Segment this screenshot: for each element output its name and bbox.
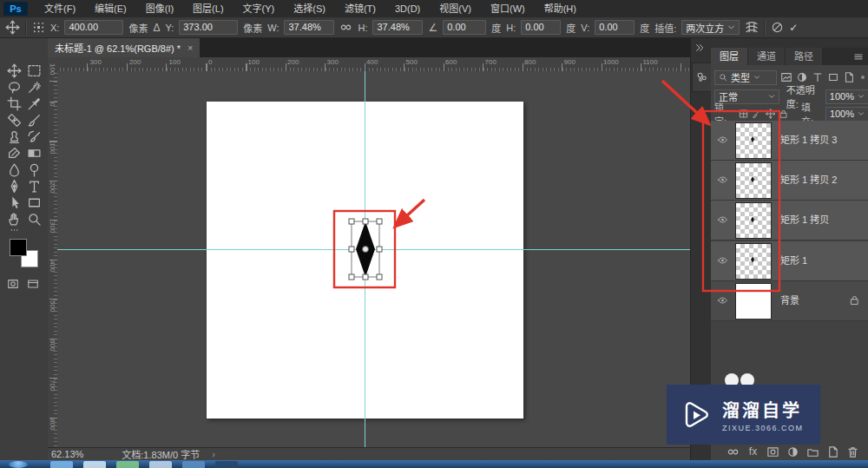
lock-transparent-icon[interactable] (739, 109, 748, 119)
opacity-select[interactable]: 100% (825, 89, 868, 104)
layer-name[interactable]: 背景 (780, 281, 799, 320)
brush-tool[interactable] (27, 113, 42, 128)
menu-item[interactable]: 编辑(E) (85, 0, 136, 17)
eyedropper-tool[interactable] (27, 96, 42, 111)
h-skew-input[interactable]: 0.00 (521, 20, 561, 35)
panel-tab[interactable]: 通道 (748, 48, 786, 65)
collapsed-panel-group[interactable] (692, 63, 713, 92)
pixel-filter-icon[interactable] (780, 71, 792, 83)
start-button[interactable] (9, 461, 28, 468)
link-layers-icon[interactable] (727, 445, 740, 458)
height-input[interactable]: 37.48% (372, 20, 423, 35)
layer-row[interactable]: 矩形 1 (711, 241, 868, 281)
layer-visibility-eye-icon[interactable] (715, 175, 730, 185)
menu-item[interactable]: 选择(S) (284, 0, 335, 17)
warp-mode-icon[interactable] (745, 21, 759, 35)
horizontal-ruler[interactable]: 300 200 100 0 100 200 300 400 500 600 70… (57, 57, 690, 72)
taskbar-app-icon[interactable] (116, 461, 139, 468)
new-layer-icon[interactable] (826, 445, 839, 458)
marquee-tool[interactable] (27, 63, 42, 78)
menu-item[interactable]: 图层(L) (183, 0, 233, 17)
commit-transform-icon[interactable]: ✓ (789, 23, 798, 33)
layer-name[interactable]: 矩形 1 拷贝 (780, 201, 829, 240)
shape-filter-icon[interactable] (827, 71, 839, 83)
layer-visibility-eye-icon[interactable] (715, 255, 730, 266)
reference-point-icon[interactable] (32, 21, 45, 34)
screen-mode-icon[interactable] (26, 278, 40, 290)
menu-item[interactable]: 3D(D) (385, 0, 430, 17)
canvas-area[interactable] (57, 71, 690, 447)
shape-tool[interactable] (27, 195, 42, 210)
rotation-input[interactable]: 0.00 (443, 20, 486, 35)
edit-toolbar-icon[interactable] (7, 226, 22, 234)
lock-position-icon[interactable] (766, 109, 775, 119)
x-input[interactable]: 400.00 (64, 20, 123, 35)
layer-thumbnail[interactable] (735, 162, 772, 199)
panel-menu-icon[interactable] (852, 52, 865, 62)
crop-tool[interactable] (7, 96, 22, 111)
layer-name[interactable]: 矩形 1 拷贝 3 (780, 121, 837, 160)
layer-thumbnail[interactable] (735, 243, 772, 280)
layer-thumbnail[interactable] (735, 202, 772, 239)
gradient-tool[interactable] (27, 146, 42, 161)
lock-pixels-icon[interactable] (752, 109, 761, 119)
quick-mask-icon[interactable] (6, 278, 20, 290)
type-filter-icon[interactable] (812, 71, 824, 83)
taskbar-app-icon[interactable] (50, 461, 73, 468)
link-dimensions-icon[interactable] (339, 21, 352, 34)
foreground-color-swatch[interactable] (10, 239, 27, 256)
layer-name[interactable]: 矩形 1 (780, 241, 807, 280)
layer-group-icon[interactable] (806, 445, 819, 458)
delta-icon[interactable]: Δ (153, 23, 160, 33)
move-tool[interactable] (7, 63, 22, 78)
fill-select[interactable]: 100% (825, 107, 868, 122)
collapse-panels-icon[interactable] (694, 43, 705, 52)
type-tool[interactable] (27, 179, 42, 194)
menu-item[interactable]: 视图(V) (430, 0, 481, 17)
panel-tab[interactable]: 图层 (711, 48, 748, 65)
taskbar-app-icon[interactable] (149, 461, 172, 468)
blur-tool[interactable] (7, 162, 22, 177)
clone-stamp-tool[interactable] (7, 129, 22, 144)
eraser-tool[interactable] (7, 146, 22, 161)
cancel-transform-icon[interactable] (771, 21, 784, 34)
windows-taskbar[interactable] (0, 460, 868, 468)
layer-visibility-eye-icon[interactable] (715, 135, 730, 145)
layer-mask-icon[interactable] (766, 445, 779, 458)
taskbar-app-icon[interactable] (182, 461, 205, 468)
panel-tab[interactable]: 路径 (786, 48, 823, 65)
zoom-tool[interactable] (27, 212, 42, 227)
taskbar-app-icon[interactable] (83, 461, 106, 468)
menu-item[interactable]: 滤镜(T) (335, 0, 385, 17)
y-input[interactable]: 373.00 (179, 20, 238, 35)
menu-item[interactable]: 文件(F) (35, 0, 85, 17)
zoom-level[interactable]: 62.13% (51, 449, 83, 459)
layer-row[interactable]: 矩形 1 拷贝 2 (711, 161, 868, 201)
hand-tool[interactable] (7, 212, 22, 227)
adjustment-layer-icon[interactable] (786, 445, 799, 458)
filter-type-select[interactable]: 类型 (714, 70, 777, 85)
layer-row[interactable]: 矩形 1 拷贝 3 (711, 121, 868, 161)
status-expander-icon[interactable]: › (212, 449, 215, 459)
width-input[interactable]: 37.48% (284, 20, 334, 35)
layer-effects-icon[interactable]: fx (746, 445, 760, 458)
menu-item[interactable]: 文字(Y) (233, 0, 285, 17)
layer-thumbnail[interactable] (735, 122, 772, 159)
document-tab[interactable]: 未标题-1 @ 62.1%(RGB/8#) * × (48, 38, 200, 57)
smart-filter-icon[interactable] (843, 71, 855, 83)
layer-visibility-eye-icon[interactable] (715, 295, 730, 306)
layer-name[interactable]: 矩形 1 拷贝 2 (780, 161, 837, 200)
filter-toggle-icon[interactable] (858, 73, 867, 82)
layer-row[interactable]: 背景 (711, 281, 868, 321)
taskbar-app-icon[interactable] (215, 461, 238, 468)
dodge-tool[interactable] (27, 162, 42, 177)
magic-wand-tool[interactable] (27, 80, 42, 95)
adjustment-filter-icon[interactable] (796, 71, 808, 83)
layer-row[interactable]: 矩形 1 拷贝 (711, 201, 868, 241)
close-tab-icon[interactable]: × (187, 43, 193, 53)
menu-item[interactable]: 窗口(W) (481, 0, 535, 17)
interpolation-select[interactable]: 两次立方 (681, 20, 740, 35)
v-skew-input[interactable]: 0.00 (595, 20, 635, 35)
layer-thumbnail[interactable] (735, 283, 772, 320)
pen-tool[interactable] (7, 179, 22, 194)
